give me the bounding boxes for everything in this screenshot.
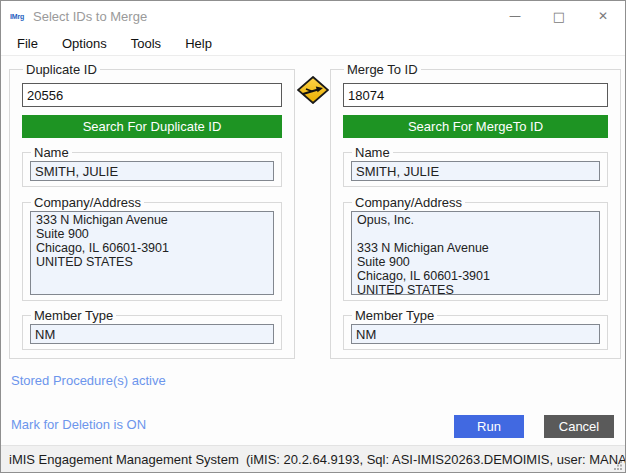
duplicate-id-group: Duplicate ID Search For Duplicate ID Nam… bbox=[9, 62, 295, 359]
run-button[interactable]: Run bbox=[454, 415, 524, 438]
cancel-button[interactable]: Cancel bbox=[544, 415, 614, 438]
menu-options[interactable]: Options bbox=[50, 31, 119, 55]
duplicate-name-field: SMITH, JULIE bbox=[30, 161, 274, 181]
merge-to-name-field: SMITH, JULIE bbox=[351, 161, 600, 181]
duplicate-company-label: Company/Address bbox=[31, 195, 144, 210]
duplicate-name-group: Name SMITH, JULIE bbox=[22, 145, 282, 187]
resize-grip-icon[interactable] bbox=[612, 459, 623, 470]
search-duplicate-button[interactable]: Search For Duplicate ID bbox=[22, 115, 282, 138]
merge-to-id-group: Merge To ID Search For MergeTo ID Name S… bbox=[330, 62, 621, 359]
duplicate-company-field: 333 N Michigan Avenue Suite 900 Chicago,… bbox=[30, 211, 274, 295]
merge-to-member-type-field: NM bbox=[351, 324, 600, 344]
minimize-icon[interactable]: — bbox=[493, 1, 537, 31]
status-text: iMIS Engagement Management System (iMIS:… bbox=[9, 452, 625, 467]
merge-to-name-group: Name SMITH, JULIE bbox=[343, 145, 608, 187]
duplicate-member-type-group: Member Type NM bbox=[22, 308, 282, 350]
mark-deletion-status: Mark for Deletion is ON bbox=[11, 417, 146, 432]
merge-to-member-type-group: Member Type NM bbox=[343, 308, 608, 350]
menubar: File Options Tools Help bbox=[1, 31, 625, 56]
merge-sign-icon bbox=[297, 76, 329, 104]
menu-help[interactable]: Help bbox=[173, 31, 224, 55]
merge-to-company-label: Company/Address bbox=[352, 195, 465, 210]
merge-to-name-label: Name bbox=[352, 145, 393, 160]
duplicate-name-label: Name bbox=[31, 145, 72, 160]
duplicate-member-type-label: Member Type bbox=[31, 308, 116, 323]
menu-file[interactable]: File bbox=[5, 31, 50, 55]
close-icon[interactable]: ✕ bbox=[581, 1, 625, 31]
maximize-icon[interactable]: □ bbox=[537, 1, 581, 31]
statusbar: iMIS Engagement Management System (iMIS:… bbox=[1, 445, 625, 472]
client-area: Duplicate ID Search For Duplicate ID Nam… bbox=[1, 56, 625, 445]
app-icon: IMrg bbox=[10, 13, 24, 20]
merge-to-id-input[interactable] bbox=[343, 83, 608, 107]
merge-window: IMrg Select IDs to Merge — □ ✕ File Opti… bbox=[0, 0, 626, 473]
menu-tools[interactable]: Tools bbox=[119, 31, 173, 55]
titlebar: IMrg Select IDs to Merge — □ ✕ bbox=[1, 1, 625, 31]
merge-to-company-field: Opus, Inc. 333 N Michigan Avenue Suite 9… bbox=[351, 211, 600, 295]
stored-procedures-status: Stored Procedure(s) active bbox=[11, 373, 166, 388]
window-title: Select IDs to Merge bbox=[33, 9, 147, 24]
search-merge-to-button[interactable]: Search For MergeTo ID bbox=[343, 115, 608, 138]
duplicate-id-input[interactable] bbox=[22, 83, 282, 107]
duplicate-company-group: Company/Address 333 N Michigan Avenue Su… bbox=[22, 195, 282, 301]
window-controls: — □ ✕ bbox=[493, 1, 625, 31]
merge-to-member-type-label: Member Type bbox=[352, 308, 437, 323]
duplicate-member-type-field: NM bbox=[30, 324, 274, 344]
merge-to-id-group-label: Merge To ID bbox=[344, 62, 421, 77]
merge-to-company-group: Company/Address Opus, Inc. 333 N Michiga… bbox=[343, 195, 608, 301]
duplicate-id-group-label: Duplicate ID bbox=[23, 62, 100, 77]
